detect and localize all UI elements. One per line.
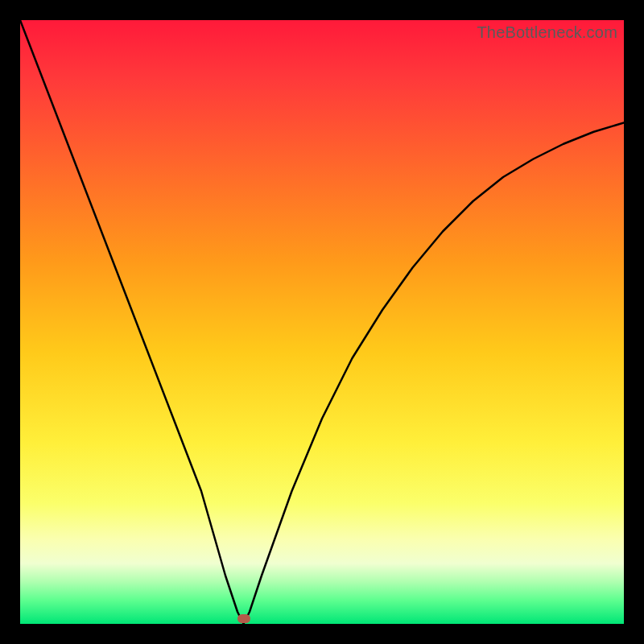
- bottleneck-curve: [20, 20, 624, 624]
- optimal-point-marker: [237, 614, 250, 623]
- chart-container: TheBottleneck.com: [0, 0, 644, 644]
- plot-area: TheBottleneck.com: [20, 20, 624, 624]
